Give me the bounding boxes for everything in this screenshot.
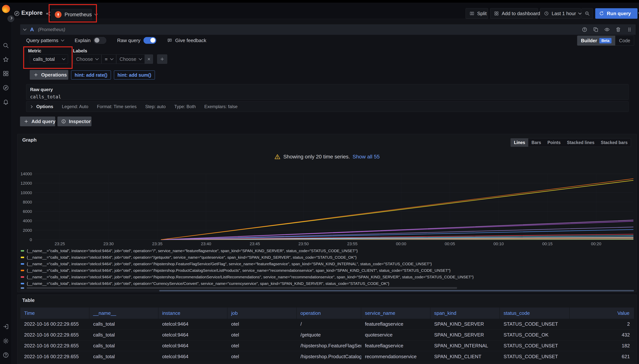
table-column-header-status-code[interactable]: status_code xyxy=(500,308,570,319)
legend-swatch xyxy=(21,250,24,252)
sidebar-expand-button[interactable] xyxy=(8,15,14,22)
table-column-header-operation[interactable]: operation xyxy=(297,308,361,319)
svg-text:2000: 2000 xyxy=(23,228,32,233)
comment-icon xyxy=(167,38,172,43)
time-range-label: Last 1 hour xyxy=(552,11,576,16)
editor-mode-switch: Builder Beta Code xyxy=(577,36,634,46)
query-hint-button-1[interactable]: hint: add sum() xyxy=(114,70,155,80)
time-series-chart[interactable]: 0200040006000800010000120001400023:2523:… xyxy=(18,171,636,248)
table-column-header-span-kind[interactable]: span_kind xyxy=(430,308,500,319)
query-help-icon[interactable] xyxy=(582,27,587,32)
table-row-4: 2022-10-16 00:22:29.655calls_totalotelco… xyxy=(20,362,634,364)
legend-item-3[interactable]: {__name__="calls_total", instance="otelc… xyxy=(21,267,633,274)
svg-text:00:00: 00:00 xyxy=(396,242,406,246)
svg-text:14000: 14000 xyxy=(20,172,32,176)
prometheus-icon xyxy=(55,11,62,18)
query-row-header[interactable]: A (Prometheus) xyxy=(20,24,636,35)
query-hint-button-0[interactable]: hint: add rate() xyxy=(71,70,111,80)
svg-text:23:35: 23:35 xyxy=(152,242,162,246)
table-column-header-job[interactable]: job xyxy=(228,308,297,319)
share-icon[interactable] xyxy=(46,11,51,16)
inspector-button[interactable]: Inspector xyxy=(58,116,92,126)
label-value-select[interactable]: Choose xyxy=(116,54,145,64)
plus-icon xyxy=(160,57,164,62)
split-label: Split xyxy=(477,11,487,16)
graph-style-switch: LinesBarsPointsStacked linesStacked bars xyxy=(510,138,631,147)
chevron-down-icon[interactable] xyxy=(638,11,639,14)
sidebar-item-apps-icon[interactable] xyxy=(2,70,9,77)
query-patterns-dropdown[interactable]: Query patterns xyxy=(26,38,64,44)
remove-label-filter-button[interactable] xyxy=(145,54,153,64)
table-cell: /hipstershop.Recommendation… xyxy=(297,362,361,364)
legend-item-overflow[interactable] xyxy=(21,287,633,289)
top-strip xyxy=(0,0,639,2)
collapse-query-chevron-icon[interactable] xyxy=(23,27,26,30)
svg-text:00:10: 00:10 xyxy=(494,242,504,246)
graph-mode-lines[interactable]: Lines xyxy=(511,138,528,147)
raw-query-label: Raw query xyxy=(117,38,140,44)
split-button[interactable]: Split xyxy=(466,8,488,19)
add-operations-button[interactable]: Operations xyxy=(30,70,68,80)
table-column-header-instance[interactable]: instance xyxy=(158,308,228,319)
table-cell: 2022-10-16 00:22:29.655 xyxy=(20,340,90,351)
sidebar-item-search-icon[interactable] xyxy=(2,42,9,49)
label-key-select[interactable]: Choose xyxy=(73,54,102,64)
sidebar-item-gear-icon[interactable] xyxy=(2,338,9,344)
chevron-down-icon xyxy=(94,12,98,16)
label-operator-select[interactable]: = xyxy=(102,54,116,64)
run-query-button[interactable]: Run query xyxy=(595,8,638,19)
graph-mode-stacked-lines[interactable]: Stacked lines xyxy=(564,138,598,147)
graph-mode-points[interactable]: Points xyxy=(544,138,564,147)
raw-query-toggle-group: Raw query xyxy=(117,37,156,44)
legend-swatch xyxy=(21,257,24,258)
query-patterns-label: Query patterns xyxy=(26,38,58,44)
legend-item-2[interactable]: {__name__="calls_total", instance="otelc… xyxy=(21,260,633,267)
add-to-dashboard-button[interactable]: Add to dashboard xyxy=(490,8,538,19)
expand-options-chevron-icon[interactable] xyxy=(30,105,33,108)
table-cell: 2 xyxy=(570,319,634,330)
legend-item-1[interactable]: {__name__="calls_total", instance="otelc… xyxy=(21,254,633,260)
table-cell: SPAN_KIND_SERVER xyxy=(430,330,500,340)
code-mode-button[interactable]: Code xyxy=(615,36,634,46)
zoom-out-button[interactable] xyxy=(582,8,593,19)
builder-mode-button[interactable]: Builder Beta xyxy=(577,36,615,46)
add-query-button[interactable]: Add query xyxy=(20,116,55,126)
table-cell: quoteservice xyxy=(361,330,430,340)
drag-handle-icon[interactable] xyxy=(627,27,632,32)
remove-query-icon[interactable] xyxy=(616,27,621,32)
show-all-series-link[interactable]: Show all 55 xyxy=(352,154,380,160)
legend-scrollbar-thumb[interactable] xyxy=(159,290,634,292)
legend-item-0[interactable]: {__name__="calls_total", instance="otelc… xyxy=(21,248,633,254)
graph-mode-stacked-bars[interactable]: Stacked bars xyxy=(598,138,631,147)
hide-response-icon[interactable] xyxy=(604,27,610,32)
table-cell: featureflagservice xyxy=(361,340,430,351)
option-summary-3: Type: Both xyxy=(174,104,196,109)
table-row-1: 2022-10-16 00:22:29.655calls_totalotelco… xyxy=(20,330,634,340)
table-column-header---name--[interactable]: __name__ xyxy=(90,308,158,319)
sidebar-item-help-icon[interactable] xyxy=(2,352,9,358)
explain-toggle[interactable] xyxy=(94,37,106,44)
query-options-bar[interactable]: Options Legend: AutoFormat: Time seriesS… xyxy=(26,102,628,112)
give-feedback-link[interactable]: Give feedback xyxy=(167,38,206,44)
apps-grid-icon xyxy=(494,11,499,16)
beta-badge: Beta xyxy=(599,38,612,44)
time-range-picker[interactable]: Last 1 hour xyxy=(540,8,581,19)
sidebar-item-star-icon[interactable] xyxy=(2,56,9,63)
metric-select[interactable]: calls_total xyxy=(30,54,68,64)
legend-item-4[interactable]: {__name__="calls_total", instance="otelc… xyxy=(21,274,633,280)
table-column-header-value[interactable]: Value xyxy=(570,308,634,319)
legend-item-5[interactable]: {__name__="calls_total", instance="otelc… xyxy=(21,280,633,287)
datasource-picker[interactable]: Prometheus xyxy=(51,9,92,20)
table-cell: /hipstershop.ProductCatalogS… xyxy=(297,351,361,362)
raw-query-toggle[interactable] xyxy=(144,37,156,44)
warning-text: Showing only 20 time series. xyxy=(283,154,350,160)
add-label-filter-button[interactable] xyxy=(157,54,167,64)
sidebar-item-bell-icon[interactable] xyxy=(2,98,9,105)
table-column-header-time[interactable]: Time xyxy=(20,308,90,319)
table-cell: STATUS_CODE_OK xyxy=(500,330,570,340)
graph-mode-bars[interactable]: Bars xyxy=(528,138,544,147)
sidebar-item-compass-icon[interactable] xyxy=(2,84,9,91)
table-column-header-service-name[interactable]: service_name xyxy=(361,308,430,319)
duplicate-query-icon[interactable] xyxy=(593,27,598,32)
sidebar-item-signin-icon[interactable] xyxy=(2,323,9,330)
